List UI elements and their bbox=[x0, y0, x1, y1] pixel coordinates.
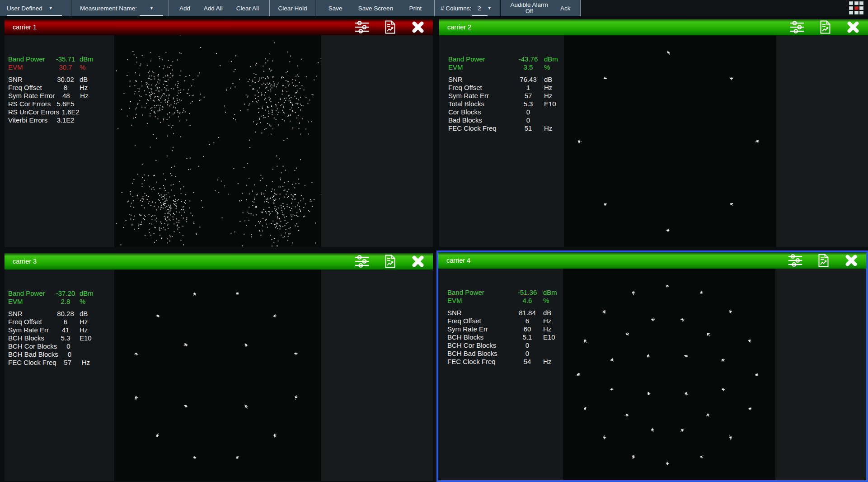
close-icon[interactable] bbox=[410, 20, 426, 34]
metric-unit bbox=[540, 350, 543, 358]
metric-row: Bad Blocks0 bbox=[448, 116, 564, 124]
metric-unit: % bbox=[77, 298, 85, 306]
print-button[interactable]: Print bbox=[409, 5, 422, 12]
chevron-down-icon: ▼ bbox=[49, 6, 53, 10]
add-all-button[interactable]: Add All bbox=[204, 5, 223, 12]
metric-unit: E10 bbox=[77, 334, 92, 342]
carrier-title: carrier 3 bbox=[13, 258, 37, 265]
columns-label: # Columns: bbox=[441, 5, 471, 12]
panel-filler bbox=[321, 269, 433, 481]
report-icon[interactable] bbox=[382, 255, 398, 268]
constellation-plot bbox=[563, 269, 775, 480]
metric-row: RS Cor Errors5.6E5 bbox=[8, 100, 114, 108]
carrier-2-titlebar[interactable]: carrier 2 bbox=[439, 19, 868, 35]
close-icon[interactable] bbox=[845, 20, 861, 34]
metric-row: Sym Rate Err57Hz bbox=[448, 92, 564, 100]
columns-selector[interactable]: # Columns: 2 ▼ bbox=[435, 0, 500, 16]
metric-row: BCH Bad Blocks0 bbox=[447, 350, 563, 358]
metric-value: 1.6E2 bbox=[59, 108, 82, 116]
metric-row: Freq Offset6Hz bbox=[447, 317, 563, 325]
metric-value: 76.43 bbox=[515, 76, 541, 84]
metric-unit: Hz bbox=[540, 317, 551, 325]
metric-row: Sym Rate Err60Hz bbox=[447, 325, 563, 333]
metric-unit bbox=[540, 341, 543, 350]
save-button[interactable]: Save bbox=[328, 5, 343, 12]
carrier-1-titlebar[interactable]: carrier 1 bbox=[5, 19, 433, 35]
close-icon[interactable] bbox=[844, 254, 859, 267]
constellation-plot bbox=[114, 35, 321, 247]
metric-unit bbox=[77, 100, 80, 108]
metric-label: Band Power bbox=[448, 55, 515, 63]
metric-row: BCH Bad Blocks0 bbox=[8, 350, 114, 359]
metric-value: -35.71 bbox=[54, 55, 77, 63]
metric-row: EVM3.5% bbox=[448, 63, 564, 71]
metric-unit: Hz bbox=[79, 359, 90, 367]
measurement-readouts: Band Power-51.36dBmEVM4.6%SNR81.84dBFreq… bbox=[438, 269, 563, 480]
carrier-title: carrier 4 bbox=[446, 257, 470, 264]
metric-label: Sym Rate Err bbox=[448, 92, 515, 100]
add-button[interactable]: Add bbox=[179, 5, 190, 12]
layout-grid-icon[interactable] bbox=[849, 1, 865, 15]
carrier-4-titlebar[interactable]: carrier 4 bbox=[438, 252, 866, 269]
tune-settings-icon[interactable] bbox=[354, 20, 370, 34]
measurement-name-dropdown[interactable]: Measurement Name: ▼ bbox=[72, 0, 169, 16]
tune-settings-icon[interactable] bbox=[788, 254, 803, 267]
add-button-group: Add Add All Clear All bbox=[169, 0, 270, 16]
metric-row: Band Power-37.20dBm bbox=[8, 289, 114, 298]
metric-row: RS UnCor Errors1.6E2 bbox=[8, 108, 114, 116]
metric-label: Band Power bbox=[8, 55, 54, 63]
metric-row: FEC Clock Freq54Hz bbox=[447, 358, 563, 366]
save-screen-button[interactable]: Save Screen bbox=[358, 5, 393, 12]
metric-unit bbox=[81, 350, 84, 359]
metric-value: -37.20 bbox=[54, 289, 77, 298]
save-button-group: Save Save Screen Print bbox=[316, 0, 435, 16]
metric-label: BCH Cor Blocks bbox=[8, 342, 57, 350]
report-icon[interactable] bbox=[817, 20, 833, 34]
metric-label: EVM bbox=[8, 63, 54, 71]
carrier-3-titlebar[interactable]: carrier 3 bbox=[5, 253, 433, 269]
metric-label: Total Blocks bbox=[448, 100, 515, 108]
metric-row: SNR80.28dB bbox=[8, 310, 114, 318]
carrier-panel-3: carrier 3 Band Power-37.20dBmEVM2.8%SNR8… bbox=[5, 253, 433, 481]
tune-settings-icon[interactable] bbox=[354, 255, 370, 268]
clear-hold-button[interactable]: Clear Hold bbox=[278, 5, 307, 12]
metric-label: FEC Clock Freq bbox=[8, 359, 56, 367]
preset-dropdown[interactable]: User Defined ▼ bbox=[0, 0, 71, 16]
metric-unit: dBm bbox=[541, 55, 558, 63]
metric-value: 0 bbox=[515, 116, 541, 124]
ack-button[interactable]: Ack bbox=[560, 5, 571, 12]
metric-value: 6 bbox=[54, 318, 77, 326]
metric-label: Freq Offset bbox=[8, 318, 54, 326]
metric-label: FEC Clock Freq bbox=[448, 124, 515, 132]
metric-value: 0 bbox=[57, 342, 80, 350]
metric-value: 57 bbox=[56, 359, 79, 367]
audible-alarm-toggle[interactable]: Audible Alarm Off bbox=[511, 1, 548, 15]
metric-label: Bad Blocks bbox=[448, 116, 515, 124]
metric-row: FEC Clock Freq51Hz bbox=[448, 124, 564, 132]
metric-label: SNR bbox=[8, 76, 54, 84]
tune-settings-icon[interactable] bbox=[789, 20, 805, 34]
metric-label: Freq Offset bbox=[448, 84, 515, 92]
report-icon[interactable] bbox=[816, 254, 831, 267]
close-icon[interactable] bbox=[410, 255, 426, 268]
columns-input-underline bbox=[472, 15, 488, 16]
metric-value: 0 bbox=[514, 350, 540, 358]
audible-alarm-group: Audible Alarm Off Ack bbox=[501, 0, 581, 16]
metric-unit: dB bbox=[540, 309, 551, 317]
metric-value: 80.28 bbox=[54, 310, 77, 318]
clear-all-button[interactable]: Clear All bbox=[236, 5, 259, 12]
metric-value: 51 bbox=[515, 124, 541, 132]
report-icon[interactable] bbox=[382, 20, 398, 34]
chevron-down-icon: ▼ bbox=[488, 6, 492, 10]
panel-filler bbox=[321, 35, 433, 247]
metric-row: SNR81.84dB bbox=[447, 309, 563, 317]
metric-row: EVM4.6% bbox=[447, 297, 563, 305]
metric-unit: Hz bbox=[540, 358, 551, 366]
metric-unit: Hz bbox=[77, 92, 88, 100]
metric-label: EVM bbox=[448, 63, 515, 71]
metric-unit: Hz bbox=[541, 84, 552, 92]
metric-unit: dBm bbox=[77, 289, 94, 298]
metric-row: BCH Blocks5.3E10 bbox=[8, 334, 114, 342]
metric-value: 5.3 bbox=[515, 100, 541, 108]
metric-unit: Hz bbox=[77, 84, 88, 92]
